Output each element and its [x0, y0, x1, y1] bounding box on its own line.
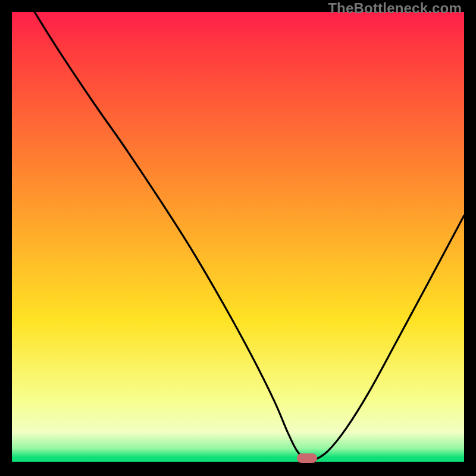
watermark-text: TheBottleneck.com	[328, 0, 462, 17]
bottleneck-plot	[12, 12, 464, 464]
chart-frame	[12, 12, 464, 464]
gradient-background	[12, 12, 464, 464]
optimum-marker	[297, 453, 317, 463]
